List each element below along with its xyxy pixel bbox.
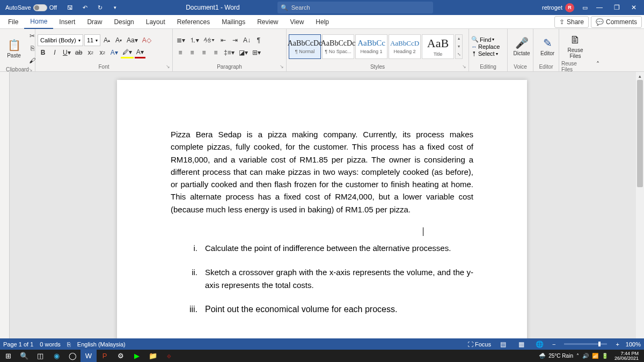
show-hide-icon[interactable]: ¶ — [253, 34, 264, 46]
decrease-indent-icon[interactable]: ⇤ — [218, 34, 229, 46]
chevron-down-icon[interactable]: ▾ — [456, 42, 462, 50]
tab-layout[interactable]: Layout — [140, 16, 171, 28]
borders-icon[interactable]: ⊞▾ — [251, 47, 262, 58]
document-page[interactable]: Pizza Bera Sedap is a pizza making compa… — [117, 80, 527, 351]
spell-check-icon[interactable]: ⎘ — [67, 341, 71, 348]
focus-mode[interactable]: ⛶ Focus — [467, 341, 491, 348]
wifi-icon[interactable]: 📶 — [592, 353, 598, 359]
start-button[interactable]: ⊞ — [0, 350, 16, 362]
change-case-icon[interactable]: Aa▾ — [125, 34, 140, 46]
autosave-toggle[interactable] — [33, 4, 47, 11]
edge-icon[interactable]: ◉ — [48, 350, 64, 362]
page-count[interactable]: Page 1 of 1 — [3, 341, 33, 348]
text-effects-icon[interactable]: A▾ — [109, 47, 120, 58]
language[interactable]: English (Malaysia) — [77, 341, 126, 348]
media-icon[interactable]: ▶ — [129, 350, 145, 362]
underline-button[interactable]: U▾ — [61, 47, 72, 58]
collapse-ribbon-icon[interactable]: ˄ — [592, 58, 603, 70]
chrome-icon[interactable]: ◯ — [64, 350, 80, 362]
search-box[interactable]: 🔍 Search — [277, 2, 433, 13]
reuse-files-button[interactable]: 🗎Reuse Files — [561, 31, 589, 63]
tab-mailings[interactable]: Mailings — [216, 16, 251, 28]
tab-insert[interactable]: Insert — [53, 16, 81, 28]
qat-more-icon[interactable]: ▾ — [108, 1, 121, 14]
superscript-button[interactable]: x2 — [97, 47, 108, 58]
scroll-thumb[interactable] — [637, 80, 643, 187]
replace-button[interactable]: ↔Replace — [471, 43, 505, 50]
style-heading2[interactable]: AaBbCcDHeading 2 — [389, 34, 421, 59]
zoom-level[interactable]: 100% — [626, 341, 641, 348]
tray-chevron-icon[interactable]: ˄ — [576, 353, 579, 359]
style-nospacing[interactable]: AaBbCcDc¶ No Spac... — [322, 34, 354, 59]
clock[interactable]: 7:44 PM 26/06/2021 — [611, 351, 642, 361]
battery-icon[interactable]: 🔋 — [602, 353, 608, 359]
restore-button[interactable]: ❐ — [609, 1, 625, 14]
zoom-out-icon[interactable]: − — [552, 341, 555, 348]
sort-icon[interactable]: A↓ — [241, 34, 252, 46]
align-left-icon[interactable]: ≡ — [175, 47, 186, 58]
tab-help[interactable]: Help — [310, 16, 335, 28]
chevron-up-icon[interactable]: ▴ — [456, 35, 462, 43]
sound-icon[interactable]: 🔊 — [582, 353, 589, 359]
style-title[interactable]: AaBTitle — [422, 34, 454, 59]
font-color-icon[interactable]: A▾ — [135, 47, 145, 58]
share-button[interactable]: ⇪Share — [554, 16, 589, 28]
increase-indent-icon[interactable]: ⇥ — [230, 34, 240, 46]
file-explorer-icon[interactable]: 📁 — [145, 350, 161, 362]
font-size-combo[interactable]: 11▾ — [84, 34, 100, 46]
acrobat-icon[interactable]: ⟐ — [161, 350, 177, 362]
read-mode-icon[interactable]: ▤ — [497, 339, 509, 349]
tab-view[interactable]: View — [284, 16, 310, 28]
close-button[interactable]: ✕ — [626, 1, 642, 14]
editor-button[interactable]: ✎Editor — [536, 31, 559, 63]
weather-text[interactable]: 25°C Rain — [548, 353, 573, 359]
app-icon[interactable]: ⚙ — [113, 350, 129, 362]
paragraph-launcher-icon[interactable]: ↘ — [280, 64, 284, 69]
align-center-icon[interactable]: ≡ — [187, 47, 197, 58]
shading-icon[interactable]: ◪▾ — [237, 47, 250, 58]
app-icon[interactable]: ◫ — [32, 350, 48, 362]
ribbon-display-icon[interactable]: ▭ — [579, 1, 591, 14]
undo-icon[interactable]: ↶ — [78, 1, 91, 14]
bold-button[interactable]: B — [38, 47, 48, 58]
tab-file[interactable]: File — [2, 16, 24, 28]
save-icon[interactable]: 🖫 — [63, 1, 76, 14]
strikethrough-button[interactable]: ab — [74, 47, 84, 58]
powerpoint-icon[interactable]: P — [97, 350, 113, 362]
styles-launcher-icon[interactable]: ↘ — [462, 64, 466, 69]
redo-icon[interactable]: ↻ — [93, 1, 106, 14]
weather-icon[interactable]: 🌧️ — [539, 353, 545, 359]
multilevel-icon[interactable]: ⅍▾ — [202, 34, 217, 46]
tab-review[interactable]: Review — [251, 16, 284, 28]
select-button[interactable]: ⭱Select▾ — [471, 50, 505, 57]
font-name-combo[interactable]: Calibri (Body)▾ — [38, 34, 83, 46]
styles-expand-icon[interactable]: ⤡ — [456, 50, 462, 58]
scroll-up-icon[interactable]: ▴ — [636, 72, 644, 80]
font-launcher-icon[interactable]: ↘ — [166, 64, 170, 69]
justify-icon[interactable]: ≡ — [210, 47, 221, 58]
decrease-font-icon[interactable]: A▾ — [113, 34, 124, 46]
align-right-icon[interactable]: ≡ — [199, 47, 209, 58]
paste-button[interactable]: 📋Paste — [2, 32, 26, 64]
styles-scroll[interactable]: ▴▾⤡ — [455, 34, 463, 59]
dictate-button[interactable]: 🎤Dictate — [510, 31, 533, 63]
avatar[interactable]: R — [565, 3, 574, 12]
line-spacing-icon[interactable]: ‡≡▾ — [222, 47, 236, 58]
subscript-button[interactable]: x2 — [85, 47, 96, 58]
numbering-icon[interactable]: ⒈▾ — [188, 34, 201, 46]
account-name[interactable]: retroget — [542, 4, 562, 11]
italic-button[interactable]: I — [49, 47, 60, 58]
tab-draw[interactable]: Draw — [81, 16, 108, 28]
tab-references[interactable]: References — [171, 16, 216, 28]
highlight-icon[interactable]: 🖉▾ — [121, 47, 134, 58]
search-taskbar-icon[interactable]: 🔍 — [16, 350, 32, 362]
clipboard-launcher-icon[interactable]: ↘ — [28, 67, 33, 72]
tab-home[interactable]: Home — [24, 15, 53, 29]
find-button[interactable]: 🔍Find▾ — [471, 36, 505, 43]
bullets-icon[interactable]: ≣▾ — [175, 34, 187, 46]
tab-design[interactable]: Design — [108, 16, 140, 28]
style-normal[interactable]: AaBbCcDc¶ Normal — [289, 34, 321, 59]
word-count[interactable]: 0 words — [40, 341, 61, 348]
increase-font-icon[interactable]: A▴ — [101, 34, 112, 46]
print-layout-icon[interactable]: ▦ — [516, 339, 528, 349]
